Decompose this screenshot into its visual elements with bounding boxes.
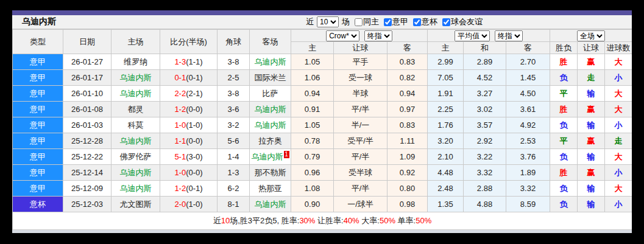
cell-date: 25-12-03 <box>63 197 111 212</box>
cell-avg-draw: 4.88 <box>464 197 506 212</box>
avg-type-select[interactable]: 平均值 <box>455 30 490 41</box>
cell-handicap-result: 赢 <box>578 54 605 70</box>
cell-avg-home: 3.20 <box>428 133 464 149</box>
cell-away-team: 拉齐奥 <box>250 133 291 149</box>
summary-segment: 50% <box>416 216 431 225</box>
cell-score: 2-0(1-0) <box>160 197 218 212</box>
accent-bar <box>12 10 632 15</box>
match-row: 意甲26-01-08都灵1-2(0-0)3-6乌迪内斯0.91平/半0.972.… <box>13 102 632 117</box>
cell-away-team: 国际米兰 <box>250 70 291 86</box>
match-row: 意杯25-12-03尤文图斯2-0(1-0)8-1乌迪内斯0.90一/球半0.9… <box>13 197 632 212</box>
cell-avg-home: 2.48 <box>428 181 464 197</box>
summary-row: 近10场,胜3平2负5, 胜率:30% 让胜率:40% 大率:50% 单率:50… <box>13 212 632 230</box>
header-avg-away: 客 <box>506 42 550 54</box>
handicap-stage-select[interactable]: 终指 <box>364 30 392 41</box>
coppa-checkbox[interactable] <box>413 18 421 26</box>
cell-handicap-line: 一/球半 <box>334 197 387 212</box>
checkbox-serie-a: 意甲 <box>380 16 408 27</box>
cell-corners: 1-3 <box>218 165 250 181</box>
cell-result: 胜 <box>550 54 578 70</box>
cell-date: 25-12-22 <box>63 149 111 165</box>
cell-score: 1-2(0-1) <box>160 181 218 197</box>
cell-home-team: 佛罗伦萨 <box>111 149 160 165</box>
cell-result: 平 <box>550 133 578 149</box>
scope-select[interactable]: 全场 <box>577 30 605 41</box>
cell-avg-home: 1.76 <box>428 117 464 133</box>
cell-handicap-odds-away: 0.94 <box>387 86 428 102</box>
cell-handicap-odds-away: 0.83 <box>387 54 428 70</box>
cell-avg-home: 1.91 <box>428 86 464 102</box>
cell-home-team: 乌迪内斯 <box>111 86 160 102</box>
matches-label: 场 <box>342 16 350 27</box>
cell-handicap-odds-home: 0.78 <box>291 133 334 149</box>
cell-avg-away: 8.59 <box>506 197 550 212</box>
friendly-label: 球会友谊 <box>451 16 483 27</box>
filter-controls: 近 10 场 同主 意甲 意杯 球会友谊 <box>306 16 483 27</box>
header-away: 客场 <box>250 30 291 54</box>
cell-handicap-line: 受平/半 <box>334 133 387 149</box>
cell-corners: 3-2 <box>218 117 250 133</box>
cell-handicap-line: 平手 <box>334 54 387 70</box>
cell-handicap-odds-away: 1.11 <box>387 133 428 149</box>
cell-score: 2-2(2-1) <box>160 86 218 102</box>
cell-corners: 3-6 <box>218 102 250 117</box>
cell-avg-draw: 4.52 <box>464 70 506 86</box>
cell-corners: 8-1 <box>218 197 250 212</box>
cell-handicap-result: 走 <box>578 70 605 86</box>
cell-corners: 1-4 <box>218 149 250 165</box>
summary-segment: 50% <box>380 216 395 225</box>
header-handicap-home: 主 <box>291 42 334 54</box>
cell-goals-result: 小 <box>605 70 632 86</box>
same-home-label: 同主 <box>363 16 379 27</box>
header-handicap-result: 让球 <box>578 42 605 54</box>
avg-stage-select[interactable]: 终指 <box>495 30 523 41</box>
cell-handicap-result: 输 <box>578 181 605 197</box>
checkbox-same-home: 同主 <box>351 16 379 27</box>
cell-goals-result: 小 <box>605 197 632 212</box>
average-group-header: 平均值 终指 <box>428 30 550 42</box>
summary-segment: 30% <box>299 216 315 225</box>
cell-goals-result: 小 <box>605 117 632 133</box>
cell-handicap-line: 平/半 <box>334 181 387 197</box>
cell-result: 胜 <box>550 102 578 117</box>
header-type: 类型 <box>13 30 63 54</box>
friendly-checkbox[interactable] <box>442 18 450 26</box>
cell-avg-home: 2.25 <box>428 102 464 117</box>
cell-avg-away: 2.70 <box>506 54 550 70</box>
red-card-badge: 1 <box>284 151 289 158</box>
table-header: 类型 日期 主场 比分(半场) 角球 客场 Crow* 终指 平均值 <box>13 30 632 54</box>
header-date: 日期 <box>63 30 111 54</box>
recent-count-select[interactable]: 10 <box>317 16 339 27</box>
cell-score: 1-0(0-0) <box>160 165 218 181</box>
match-row: 意甲25-12-22佛罗伦萨5-1(3-0)1-4乌迪内斯10.79平/半1.0… <box>13 149 632 165</box>
cell-score: 1-0(1-0) <box>160 117 218 133</box>
serie-a-checkbox[interactable] <box>384 18 392 26</box>
cell-league-tag: 意甲 <box>13 86 63 102</box>
cell-result: 负 <box>550 197 578 212</box>
cell-result: 胜 <box>550 165 578 181</box>
cell-goals-result: 大 <box>605 181 632 197</box>
odds-company-select[interactable]: Crow* <box>326 30 359 41</box>
cell-handicap-odds-home: 1.08 <box>291 181 334 197</box>
cell-handicap-result: 赢 <box>578 165 605 181</box>
cell-date: 25-12-14 <box>63 165 111 181</box>
cell-handicap-odds-away: 0.92 <box>387 165 428 181</box>
cell-away-team: 那不勒斯 <box>250 165 291 181</box>
cell-result: 平 <box>550 86 578 102</box>
summary-segment: 场,胜3平2负5, 胜率: <box>230 216 299 225</box>
cell-handicap-odds-home: 0.96 <box>291 165 334 181</box>
same-home-checkbox[interactable] <box>355 18 363 26</box>
cell-handicap-line: 受一球 <box>334 70 387 86</box>
cell-avg-away: 3.76 <box>506 149 550 165</box>
cell-home-team: 尤文图斯 <box>111 197 160 212</box>
checkbox-friendly: 球会友谊 <box>439 16 483 27</box>
cell-league-tag: 意甲 <box>13 70 63 86</box>
cell-corners: 2-5 <box>218 70 250 86</box>
cell-handicap-line: 半球 <box>334 86 387 102</box>
cell-goals-result: 大 <box>605 149 632 165</box>
cell-handicap-result: 输 <box>578 86 605 102</box>
cell-handicap-odds-away: 0.98 <box>387 197 428 212</box>
cell-away-team: 热那亚 <box>250 181 291 197</box>
cell-goals-result: 小 <box>605 165 632 181</box>
cell-away-team: 乌迪内斯 <box>250 54 291 70</box>
